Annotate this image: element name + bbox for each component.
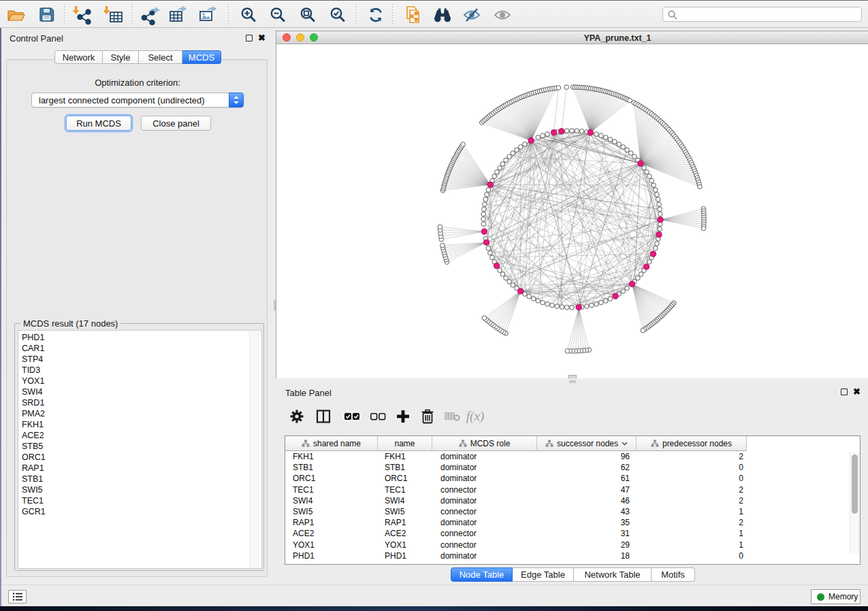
- mcds-result-item[interactable]: PMA2: [22, 408, 46, 419]
- run-mcds-button[interactable]: Run MCDS: [66, 116, 131, 131]
- status-list-button[interactable]: [8, 590, 27, 604]
- maximize-window-light[interactable]: [310, 33, 318, 42]
- mcds-result-item[interactable]: GCR1: [22, 506, 46, 517]
- zoom-fit-button[interactable]: [296, 3, 319, 26]
- cell-predecessor_nodes: 0: [637, 462, 747, 473]
- close-panel-button[interactable]: Close panel: [141, 116, 211, 131]
- dropdown-arrows: [229, 93, 244, 108]
- save-icon: [37, 5, 56, 24]
- float-panel-icon[interactable]: [246, 35, 253, 42]
- table-row-RAP1[interactable]: RAP1RAP1dominator352: [285, 517, 860, 528]
- toolbar-separator: [355, 4, 356, 24]
- column-header-name[interactable]: name: [378, 436, 432, 451]
- network-view-title: YPA_prune.txt_1: [583, 33, 651, 43]
- search-input[interactable]: [681, 8, 858, 20]
- tab-style[interactable]: Style: [103, 50, 139, 64]
- tab-network[interactable]: Network: [54, 50, 103, 64]
- eye-icon: [492, 5, 513, 25]
- show-column-button[interactable]: [312, 405, 335, 428]
- zoom-out-button[interactable]: [266, 3, 289, 26]
- mcds-result-items: PHD1CAR1STP4TID3YOX1SWI4SRD1PMA2FKH1ACE2…: [22, 332, 46, 517]
- table-row-SWI5[interactable]: SWI5SWI5connector431: [285, 506, 860, 517]
- table-row-ORC1[interactable]: ORC1ORC1dominator610: [285, 473, 860, 484]
- close-window-light[interactable]: [283, 33, 291, 42]
- float-table-panel-icon[interactable]: [841, 389, 848, 395]
- cell-predecessor_nodes: 0: [637, 473, 747, 484]
- column-header-successor-nodes[interactable]: successor nodes: [537, 436, 637, 451]
- close-table-panel-icon[interactable]: ✖: [853, 388, 861, 395]
- close-panel-icon[interactable]: ✖: [258, 34, 266, 42]
- mcds-result-item[interactable]: CAR1: [22, 343, 46, 354]
- column-header-shared-name[interactable]: shared name: [285, 436, 378, 451]
- zoom-in-button[interactable]: [237, 3, 260, 26]
- mcds-result-item[interactable]: STB5: [22, 441, 46, 452]
- cell-shared_name: TEC1: [285, 484, 378, 495]
- show-all-button[interactable]: [491, 3, 514, 26]
- table-row-ACE2[interactable]: ACE2ACE2connector311: [285, 528, 860, 539]
- tab-edge-table[interactable]: Edge Table: [513, 567, 574, 582]
- table-settings-button[interactable]: [285, 405, 308, 428]
- table-row-FKH1[interactable]: FKH1FKH1dominator962: [285, 451, 860, 462]
- mcds-result-item[interactable]: SWI4: [22, 386, 46, 397]
- save-session-button[interactable]: [35, 3, 58, 26]
- export-image-button[interactable]: [196, 3, 219, 26]
- table-row-SWI4[interactable]: SWI4SWI4dominator462: [285, 495, 860, 506]
- cell-name: ORC1: [378, 473, 432, 484]
- delete-columns-button[interactable]: [416, 405, 439, 428]
- horizontal-splitter[interactable]: [276, 378, 868, 384]
- unselect-all-columns-button[interactable]: [366, 405, 389, 428]
- mcds-result-item[interactable]: ORC1: [22, 452, 46, 463]
- cell-shared_name: STB1: [285, 462, 378, 473]
- cell-name: SWI5: [378, 506, 432, 517]
- function-builder-button[interactable]: f(x): [464, 405, 487, 428]
- delete-table-button[interactable]: [441, 405, 464, 428]
- tab-network-table[interactable]: Network Table: [574, 567, 652, 582]
- select-all-columns-button[interactable]: [340, 405, 364, 428]
- table-row-TEC1[interactable]: TEC1TEC1connector472: [285, 484, 860, 495]
- mcds-result-item[interactable]: SRD1: [22, 397, 46, 408]
- export-table-button[interactable]: [166, 3, 189, 26]
- hide-selected-button[interactable]: [460, 3, 483, 26]
- mcds-result-item[interactable]: STB1: [22, 474, 46, 484]
- import-network-button[interactable]: [71, 3, 95, 26]
- table-row-PHD1[interactable]: PHD1PHD1dominator180: [285, 550, 860, 561]
- toolbar-separator: [392, 4, 393, 24]
- minimize-window-light[interactable]: [296, 33, 304, 42]
- zoom-selected-button[interactable]: [326, 3, 349, 26]
- cell-predecessor_nodes: 2: [637, 484, 747, 495]
- mcds-result-scrollbar[interactable]: [249, 331, 259, 567]
- table-scrollbar[interactable]: [850, 452, 859, 554]
- mcds-result-item[interactable]: ACE2: [22, 430, 46, 441]
- tab-motifs[interactable]: Motifs: [652, 567, 695, 582]
- mcds-result-item[interactable]: STP4: [22, 354, 46, 365]
- table-scrollbar-thumb[interactable]: [852, 455, 858, 514]
- splitter-grip[interactable]: [569, 380, 576, 383]
- export-network-button[interactable]: [140, 3, 163, 26]
- table-row-YOX1[interactable]: YOX1YOX1connector291: [285, 540, 860, 550]
- table-row-STB1[interactable]: STB1STB1dominator620: [285, 462, 860, 473]
- column-header-predecessor-nodes[interactable]: predecessor nodes: [637, 436, 747, 451]
- mcds-result-item[interactable]: TEC1: [22, 495, 46, 506]
- mcds-result-item[interactable]: PHD1: [22, 332, 46, 343]
- first-neighbors-button[interactable]: [431, 3, 454, 26]
- import-table-button[interactable]: [102, 3, 125, 26]
- mcds-result-item[interactable]: RAP1: [22, 463, 46, 474]
- mcds-result-item[interactable]: YOX1: [22, 376, 46, 386]
- column-header-label: name: [394, 439, 415, 448]
- column-header-MCDS-role[interactable]: MCDS role: [432, 436, 537, 451]
- fx-icon: f(x): [466, 409, 484, 424]
- open-file-button[interactable]: [4, 3, 27, 26]
- memory-button[interactable]: Memory: [811, 589, 861, 604]
- create-column-button[interactable]: [391, 405, 415, 428]
- apply-layout-button[interactable]: [364, 3, 387, 26]
- network-view-titlebar[interactable]: YPA_prune.txt_1: [276, 31, 868, 44]
- tab-select[interactable]: Select: [139, 50, 182, 64]
- criterion-dropdown[interactable]: largest connected component (undirected): [31, 93, 244, 108]
- mcds-result-item[interactable]: FKH1: [22, 419, 46, 430]
- mcds-result-item[interactable]: SWI5: [22, 484, 46, 495]
- tab-node-table[interactable]: Node Table: [451, 567, 513, 582]
- network-canvas[interactable]: [276, 45, 868, 379]
- tab-mcds[interactable]: MCDS: [182, 50, 221, 64]
- mcds-result-item[interactable]: TID3: [22, 365, 46, 376]
- new-network-from-selection-button[interactable]: [402, 3, 425, 26]
